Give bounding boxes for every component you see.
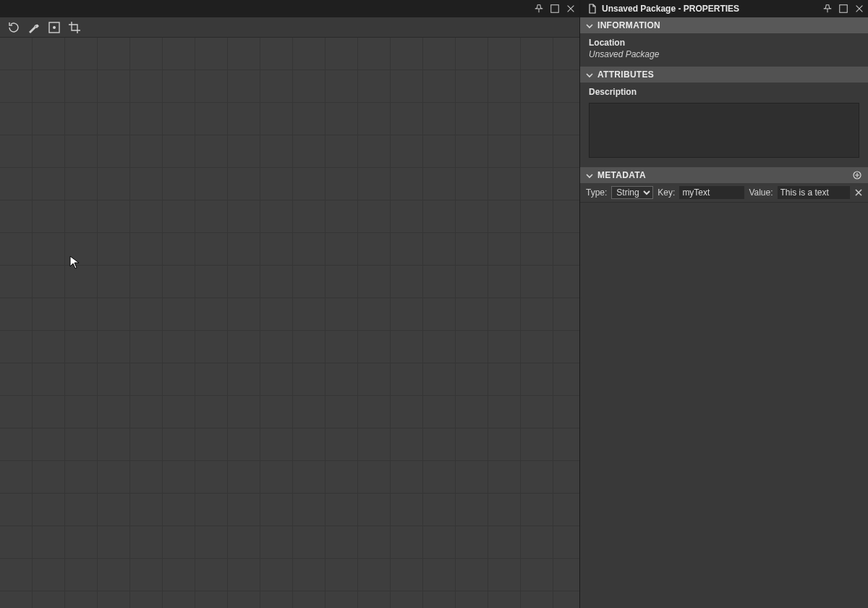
canvas-area[interactable] (0, 38, 579, 608)
section-title-information: INFORMATION (597, 20, 660, 30)
location-label: Location (589, 38, 859, 48)
metadata-key-label: Key: (656, 187, 676, 198)
section-title-metadata: METADATA (597, 170, 646, 180)
description-input[interactable] (589, 103, 859, 158)
chevron-down-icon (586, 22, 593, 29)
wrench-icon[interactable] (27, 21, 41, 34)
svg-point-2 (53, 26, 56, 29)
properties-titlebar: Unsaved Package - PROPERTIES (580, 0, 868, 17)
section-header-metadata[interactable]: METADATA (580, 167, 868, 183)
pin-icon[interactable] (533, 3, 545, 14)
document-icon (587, 4, 597, 14)
maximize-icon[interactable] (838, 3, 849, 14)
section-header-attributes[interactable]: ATTRIBUTES (580, 67, 868, 83)
frame-icon[interactable] (48, 21, 61, 34)
add-metadata-icon[interactable] (852, 170, 862, 180)
crop-icon[interactable] (68, 21, 81, 34)
metadata-row: Type: String Key: Value: (580, 183, 868, 203)
pin-icon[interactable] (822, 3, 833, 14)
metadata-value-label: Value: (747, 187, 774, 198)
section-body-information: Location Unsaved Package (580, 33, 868, 67)
chevron-down-icon (586, 71, 593, 78)
canvas-grid (0, 38, 579, 608)
svg-rect-3 (840, 5, 848, 13)
refresh-icon[interactable] (7, 21, 20, 34)
location-value: Unsaved Package (589, 49, 859, 59)
section-title-attributes: ATTRIBUTES (597, 69, 654, 80)
svg-rect-0 (551, 5, 559, 13)
metadata-key-input[interactable] (679, 186, 744, 199)
close-icon[interactable] (565, 3, 576, 14)
metadata-value-input[interactable] (778, 186, 850, 199)
close-icon[interactable] (854, 3, 865, 14)
properties-panel: Unsaved Package - PROPERTIES INFORMATION… (580, 0, 868, 608)
canvas-titlebar (0, 0, 579, 17)
section-header-information[interactable]: INFORMATION (580, 17, 868, 33)
canvas-toolbar (0, 17, 579, 38)
canvas-panel (0, 0, 580, 608)
properties-title: Unsaved Package - PROPERTIES (602, 4, 739, 14)
metadata-type-label: Type: (584, 187, 608, 198)
chevron-down-icon (586, 172, 593, 179)
maximize-icon[interactable] (549, 3, 561, 14)
section-body-attributes: Description (580, 83, 868, 167)
metadata-type-select[interactable]: String (611, 186, 653, 199)
remove-metadata-icon[interactable] (854, 187, 864, 198)
description-label: Description (589, 87, 859, 97)
